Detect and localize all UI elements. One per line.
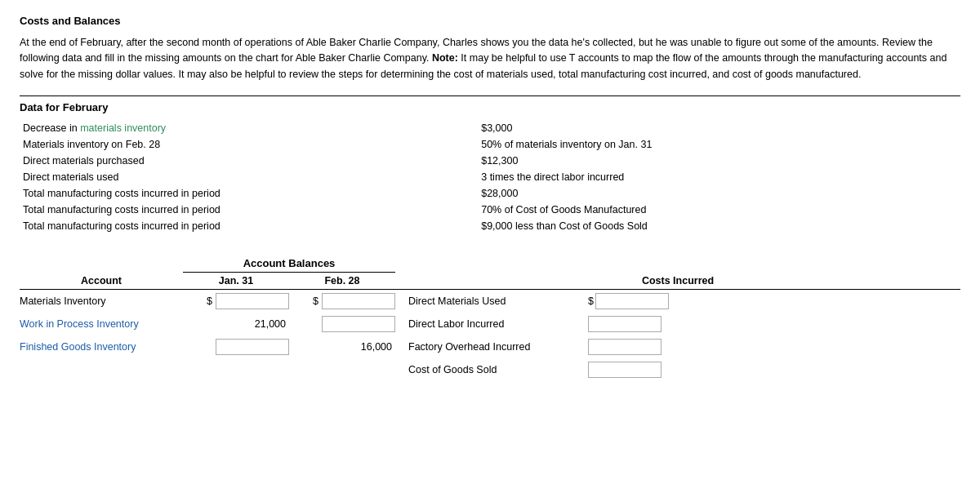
account-name-1: Work in Process Inventory: [20, 318, 183, 330]
col-header-account: Account: [20, 275, 183, 286]
label-highlight-0: materials inventory: [80, 122, 166, 134]
data-row-0: Decrease in materials inventory $3,000: [20, 120, 960, 136]
data-row-5-label: Total manufacturing costs incurred in pe…: [20, 202, 478, 218]
costs-input-0[interactable]: [595, 293, 669, 309]
col-header-feb28: Feb. 28: [289, 275, 395, 286]
jan31-dollar-0: $: [207, 295, 212, 307]
feb28-input-1[interactable]: [322, 316, 395, 332]
account-jan31-2: [183, 339, 289, 355]
feb28-input-0[interactable]: [322, 293, 395, 309]
data-row-3-label: Direct materials used: [20, 169, 478, 185]
page-title: Costs and Balances: [20, 15, 960, 27]
costs-label-2: Factory Overhead Incurred: [408, 341, 588, 353]
account-row-1: Work in Process Inventory 21,000 Direct …: [20, 313, 960, 335]
costs-dollar-0: $: [588, 295, 594, 307]
intro-note-bold: Note:: [432, 52, 458, 64]
account-jan31-1: 21,000: [183, 318, 289, 330]
col-header-costs: Costs Incurred: [395, 275, 960, 286]
intro-paragraph: At the end of February, after the second…: [20, 35, 959, 82]
data-row-4-value: $28,000: [478, 185, 960, 202]
label-prefix-0: Decrease in: [23, 122, 80, 134]
data-row-6-value: $9,000 less than Cost of Goods Sold: [478, 218, 960, 234]
costs-area-2: Factory Overhead Incurred: [408, 339, 960, 355]
data-row-1: Materials inventory on Feb. 28 50% of ma…: [20, 136, 960, 153]
data-row-5: Total manufacturing costs incurred in pe…: [20, 202, 960, 218]
account-feb28-1: [289, 316, 395, 332]
data-row-3: Direct materials used 3 times the direct…: [20, 169, 960, 185]
data-row-2-label: Direct materials purchased: [20, 153, 478, 169]
data-row-3-value: 3 times the direct labor incurred: [478, 169, 960, 185]
data-row-4-label: Total manufacturing costs incurred in pe…: [20, 185, 478, 202]
feb28-static-2: 16,000: [361, 341, 395, 353]
costs-area-0: Direct Materials Used $: [408, 293, 960, 309]
data-row-4: Total manufacturing costs incurred in pe…: [20, 185, 960, 202]
costs-label-3: Cost of Goods Sold: [408, 364, 588, 375]
account-jan31-0: $: [183, 293, 289, 309]
data-table: Decrease in materials inventory $3,000 M…: [20, 120, 960, 234]
section-title: Data for February: [20, 95, 960, 113]
account-name-0: Materials Inventory: [20, 295, 183, 307]
costs-input-2[interactable]: [588, 339, 662, 355]
account-feb28-2: 16,000: [289, 341, 395, 353]
data-row-6-label: Total manufacturing costs incurred in pe…: [20, 218, 478, 234]
data-row-1-value: 50% of materials inventory on Jan. 31: [478, 136, 960, 153]
costs-area-3: Cost of Goods Sold: [408, 362, 960, 378]
data-row-6: Total manufacturing costs incurred in pe…: [20, 218, 960, 234]
costs-input-1[interactable]: [588, 316, 662, 332]
costs-input-3[interactable]: [588, 362, 662, 378]
data-row-0-label: Decrease in materials inventory: [20, 120, 478, 136]
account-row-0: Materials Inventory $ $ Direct Materials…: [20, 290, 960, 313]
data-row-2-value: $12,300: [478, 153, 960, 169]
data-row-5-value: 70% of Cost of Goods Manufactured: [478, 202, 960, 218]
account-balances-section: Account Balances Account Jan. 31 Feb. 28…: [20, 257, 960, 381]
data-row-1-label: Materials inventory on Feb. 28: [20, 136, 478, 153]
account-feb28-0: $: [289, 293, 395, 309]
account-balances-title: Account Balances: [183, 257, 395, 273]
costs-label-0: Direct Materials Used: [408, 295, 588, 307]
col-header-jan31: Jan. 31: [183, 275, 289, 286]
costs-label-1: Direct Labor Incurred: [408, 318, 588, 330]
jan31-input-0[interactable]: [216, 293, 289, 309]
costs-area-1: Direct Labor Incurred: [408, 316, 960, 332]
account-row-2: Finished Goods Inventory 16,000 Factory …: [20, 335, 960, 358]
data-row-2: Direct materials purchased $12,300: [20, 153, 960, 169]
jan31-input-2[interactable]: [216, 339, 289, 355]
data-row-0-value: $3,000: [478, 120, 960, 136]
account-name-2: Finished Goods Inventory: [20, 341, 183, 353]
feb28-dollar-0: $: [313, 295, 318, 307]
jan31-static-1: 21,000: [255, 318, 289, 330]
account-row-3: Cost of Goods Sold: [20, 358, 960, 381]
